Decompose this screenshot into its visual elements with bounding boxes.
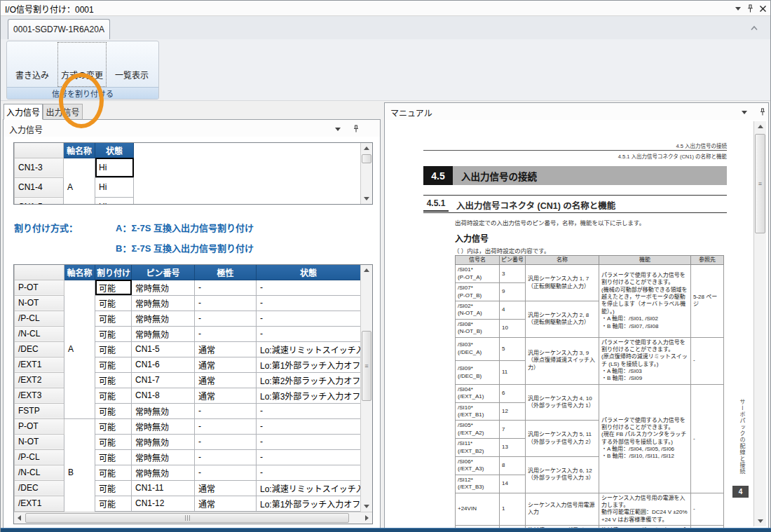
pin-row-header[interactable]: CN1-3 (15, 158, 64, 177)
scroll-right-arrow[interactable] (362, 512, 372, 524)
status-cell[interactable]: Lo:第3外部ラッチ入力オフ (257, 388, 361, 403)
write-button[interactable]: 書き込み (8, 42, 57, 87)
polarity-cell[interactable]: - (195, 295, 257, 311)
pin-cell[interactable]: 常時無効 (132, 449, 195, 465)
status-cell[interactable]: Hi (95, 158, 134, 177)
status-cell[interactable]: Lo:減速リミットスイッチ入力 (257, 480, 361, 496)
signal-row-header[interactable]: /EXT3 (15, 388, 64, 403)
status-cell[interactable]: - (257, 311, 361, 326)
polarity-cell[interactable]: 通常 (195, 357, 257, 372)
assign-cell[interactable]: 可能 (95, 295, 132, 311)
signal-row-header[interactable]: /DEC (15, 480, 64, 496)
vertical-scrollbar[interactable]: ≡ (753, 121, 766, 526)
close-icon[interactable] (757, 4, 768, 14)
assign-cell[interactable]: 可能 (95, 357, 132, 372)
axis-cell[interactable]: B (64, 418, 95, 512)
assign-cell[interactable]: 可能 (95, 388, 132, 403)
status-cell[interactable]: Lo:第1外部ラッチ入力オフ (257, 496, 361, 511)
pin-cell[interactable]: CN1-11 (132, 480, 195, 496)
status-cell[interactable]: Lo:第1外部ラッチ入力オフ (257, 357, 361, 372)
polarity-cell[interactable]: - (195, 465, 257, 480)
panel-menu-icon[interactable] (739, 107, 749, 117)
polarity-cell[interactable]: 通常 (195, 496, 257, 511)
assign-cell[interactable]: 可能 (95, 418, 132, 434)
status-cell[interactable]: Hi (95, 177, 134, 197)
scroll-down-arrow[interactable] (361, 501, 372, 512)
assign-cell[interactable]: 可能 (95, 341, 132, 357)
assign-cell[interactable]: 可能 (95, 326, 132, 341)
polarity-cell[interactable]: - (195, 326, 257, 341)
polarity-cell[interactable]: 通常 (195, 341, 257, 357)
status-cell[interactable]: - (257, 295, 361, 311)
signal-row-header[interactable]: N-OT (15, 434, 64, 449)
polarity-cell[interactable]: - (195, 449, 257, 465)
pin-row-header[interactable]: CN1-5 (15, 197, 64, 205)
scroll-up-arrow[interactable] (361, 143, 372, 154)
status-cell[interactable]: - (257, 403, 361, 418)
pin-cell[interactable]: 常時無効 (132, 465, 195, 480)
pin-cell[interactable]: CN1-7 (132, 372, 195, 388)
pin-icon[interactable] (351, 124, 361, 134)
polarity-cell[interactable]: - (195, 434, 257, 449)
signal-row-header[interactable]: /N-CL (15, 326, 64, 341)
status-cell[interactable]: - (257, 280, 361, 295)
scroll-up-arrow[interactable] (754, 121, 766, 132)
signal-row-header[interactable]: /P-CL (15, 449, 64, 465)
pin-cell[interactable]: CN1-6 (132, 357, 195, 372)
polarity-cell[interactable]: 通常 (195, 372, 257, 388)
signal-row-header[interactable]: P-OT (15, 418, 64, 434)
assign-cell[interactable]: 可能 (95, 372, 132, 388)
status-cell[interactable]: Lo:第2外部ラッチ入力オフ (257, 372, 361, 388)
status-cell[interactable]: - (257, 465, 361, 480)
assign-cell[interactable]: 可能 (95, 311, 132, 326)
polarity-cell[interactable]: - (195, 418, 257, 434)
list-view-button[interactable]: 一覧表示 (107, 42, 156, 87)
assign-cell[interactable]: 可能 (95, 496, 132, 511)
collapse-ribbon-icon[interactable] (748, 22, 760, 34)
scroll-down-arrow[interactable] (754, 516, 766, 526)
axis-cell[interactable]: A (64, 158, 95, 205)
pin-icon[interactable] (744, 4, 756, 14)
scroll-up-arrow[interactable] (361, 265, 372, 275)
assign-cell[interactable]: 可能 (95, 449, 132, 465)
scroll-down-arrow[interactable] (361, 193, 372, 204)
vertical-scrollbar[interactable] (360, 143, 372, 204)
polarity-cell[interactable]: - (195, 311, 257, 326)
horizontal-scrollbar[interactable] (14, 512, 372, 524)
signal-row-header[interactable]: /EXT1 (15, 496, 64, 511)
scrollbar-thumb[interactable] (362, 154, 371, 163)
signal-row-header[interactable]: /EXT1 (15, 357, 64, 372)
signal-row-header[interactable]: P-OT (15, 280, 64, 295)
polarity-cell[interactable]: - (195, 403, 257, 418)
polarity-cell[interactable]: 通常 (195, 388, 257, 403)
pin-cell[interactable]: 常時無効 (132, 280, 195, 295)
polarity-cell[interactable]: 通常 (195, 480, 257, 496)
scrollbar-thumb[interactable]: ≡ (362, 331, 371, 401)
pin-cell[interactable]: 常時無効 (132, 434, 195, 449)
signal-row-header[interactable]: /DEC (15, 341, 64, 357)
pin-cell[interactable]: 常時無効 (132, 295, 195, 311)
document-tab[interactable]: 0001-SGD7W-1R6A20A (8, 19, 110, 39)
panel-menu-icon[interactable] (333, 124, 343, 134)
signal-row-header[interactable]: /P-CL (15, 311, 64, 326)
pin-cell[interactable]: CN1-12 (132, 496, 195, 511)
status-cell[interactable]: Lo:減速リミットスイッチ入力 (257, 341, 361, 357)
status-cell[interactable]: - (257, 449, 361, 465)
signal-row-header[interactable]: N-OT (15, 295, 64, 311)
pin-cell[interactable]: CN1-5 (132, 341, 195, 357)
polarity-cell[interactable]: - (195, 280, 257, 295)
vertical-scrollbar[interactable]: ≡ (360, 265, 372, 512)
signal-row-header[interactable]: FSTP (15, 403, 64, 418)
assign-cell[interactable]: 可能 (95, 465, 132, 480)
status-cell[interactable]: Hi (95, 197, 134, 205)
pin-cell[interactable]: 常時無効 (132, 326, 195, 341)
pin-cell[interactable]: 常時無効 (132, 403, 195, 418)
assign-cell[interactable]: 可能 (95, 434, 132, 449)
signal-row-header[interactable]: /N-CL (15, 465, 64, 480)
signal-row-header[interactable]: /EXT2 (15, 372, 64, 388)
status-cell[interactable]: - (257, 418, 361, 434)
scrollbar-thumb[interactable]: ≡ (755, 134, 765, 233)
pin-cell[interactable]: 常時無効 (132, 418, 195, 434)
pin-icon[interactable] (758, 107, 767, 117)
assign-cell[interactable]: 可能 (95, 403, 132, 418)
